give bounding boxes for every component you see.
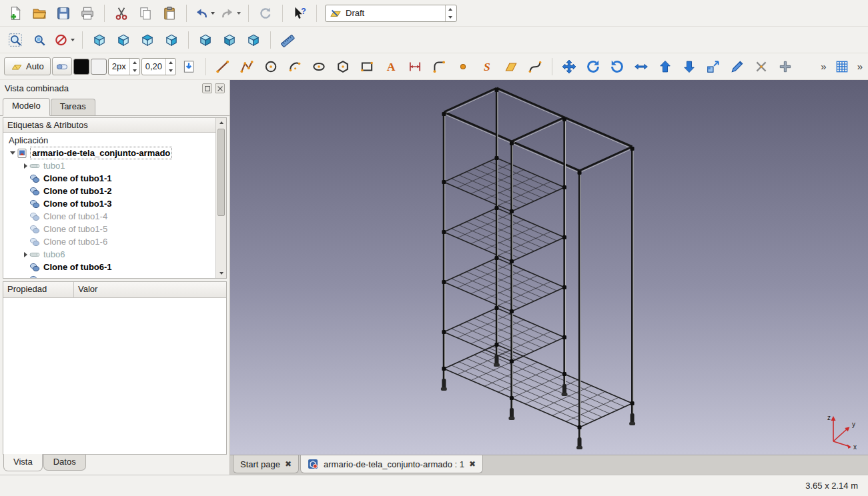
grid-toggle-button[interactable] [831,56,853,77]
close-tab-icon[interactable]: ✖ [469,460,476,468]
trimex-button[interactable] [630,56,653,77]
tree-row[interactable]: Clone of tubo6-1 [3,261,215,273]
tab-vista[interactable]: Vista [3,454,43,471]
text-scale-spinbox[interactable]: 0,20 [141,58,176,75]
open-file-button[interactable] [28,3,51,24]
tab-datos[interactable]: Datos [43,455,86,471]
fit-all-button[interactable] [4,29,27,51]
whats-this-button[interactable]: ? [288,3,311,24]
view-axonometric-button[interactable] [88,29,111,51]
view-front-button[interactable] [112,29,135,51]
workbench-selector[interactable]: Draft [325,5,457,22]
rotate-button[interactable] [582,56,604,77]
tree-row[interactable]: tubo1 [3,159,215,172]
apply-style-button[interactable] [177,56,200,77]
tab-modelo[interactable]: Modelo [3,98,50,116]
new-document-button[interactable] [4,3,27,24]
face-color-swatch[interactable] [91,59,107,75]
tree-row[interactable]: Clone of tubo1-1 [3,172,215,185]
property-header: Propiedad Valor [3,282,226,298]
expander-open-icon[interactable] [9,151,17,155]
tree-scrollbar[interactable] [215,118,226,278]
close-tab-icon[interactable]: ✖ [285,460,292,468]
line-color-swatch[interactable] [73,59,89,75]
paste-button[interactable] [158,3,181,24]
toolbar-overflow-chevron[interactable]: » [856,61,864,72]
draft-circle-button[interactable] [260,56,282,77]
draft-point-button[interactable] [452,56,474,77]
redo-dropdown-icon[interactable] [237,12,241,15]
scrollbar-thumb[interactable] [218,129,225,216]
apply-style-icon [181,59,196,74]
expander-closed-icon[interactable] [21,252,29,257]
tree-row[interactable]: armario-de-tela_conjunto-armado [3,147,215,159]
draft-wire-button[interactable] [236,56,258,77]
upgrade-button[interactable] [654,56,677,77]
undo-dropdown-icon[interactable] [211,12,215,15]
3d-viewport[interactable]: z y x [230,80,868,455]
working-plane-button[interactable]: Auto [4,57,51,75]
scroll-up-icon[interactable] [216,118,226,127]
offset-button[interactable] [606,56,628,77]
tree-row[interactable]: Clone of tubo1-6 [3,235,215,248]
view-right-button[interactable] [160,29,183,51]
workbench-selector-stepper[interactable] [445,5,455,21]
construction-mode-button[interactable] [52,57,72,75]
property-body[interactable] [3,298,226,454]
tab-document-view[interactable]: armario-de-tela_conjunto-armado : 1 ✖ [300,455,483,473]
line-width-spinbox[interactable]: 2px [108,58,140,75]
view-top-button[interactable] [136,29,159,51]
edit-button[interactable] [726,56,749,77]
freecad-document-icon [308,459,319,469]
tree-row-application[interactable]: Aplicación [3,134,215,147]
downgrade-button[interactable] [678,56,701,77]
text-scale-stepper[interactable] [165,59,175,75]
close-panel-button[interactable] [215,83,225,93]
view-bottom-button[interactable] [218,29,241,51]
draft-text-button[interactable]: A [380,56,402,77]
refresh-button[interactable] [254,3,277,24]
draft-bezier-button[interactable] [524,56,546,77]
cut-button[interactable] [110,3,133,24]
draft-fillet-button[interactable] [428,56,450,77]
view-left-button[interactable] [242,29,265,51]
view-rear-button[interactable] [194,29,217,51]
draft-facebinder-button[interactable] [500,56,522,77]
float-panel-button[interactable] [202,83,212,93]
cut-icon [114,6,129,21]
tree-row[interactable]: Clone of tubo1-2 [3,185,215,197]
draft-line-button[interactable] [211,56,234,77]
scrollbar-track[interactable] [216,127,226,269]
draft-rectangle-button[interactable] [356,56,378,77]
add-point-button[interactable] [774,56,797,77]
tree-row[interactable]: Clone of tubo1-5 [3,223,215,235]
tree-row[interactable]: Clone of tubo1-4 [3,210,215,223]
measure-distance-button[interactable] [276,29,299,51]
scroll-down-icon[interactable] [216,269,226,278]
tab-tareas[interactable]: Tareas [51,99,95,115]
draft-dimension-button[interactable] [404,56,426,77]
line-width-stepper[interactable] [129,59,139,75]
tab-start-page[interactable]: Start page ✖ [233,455,299,473]
tree-row[interactable]: tubo6 [3,248,215,261]
move-button[interactable] [558,56,580,77]
save-button[interactable] [52,3,75,24]
fit-selection-button[interactable] [28,29,51,51]
draft-to-sketch-button[interactable] [750,56,773,77]
draw-style-button[interactable] [52,29,77,51]
print-button[interactable] [76,3,99,24]
scale-button[interactable] [702,56,725,77]
toolbar-overflow-chevron[interactable]: » [819,61,827,72]
expander-closed-icon[interactable] [21,163,29,169]
tube-icon [29,161,41,171]
copy-button[interactable] [134,3,157,24]
draw-style-dropdown-icon[interactable] [71,39,75,41]
draft-polygon-button[interactable] [332,56,354,77]
undo-button[interactable] [192,3,217,24]
draft-ellipse-button[interactable] [308,56,330,77]
draft-arc-button[interactable] [284,56,306,77]
draft-shapestring-button[interactable]: S [476,56,498,77]
tree-row[interactable]: Clone of tubo1-3 [3,197,215,210]
tree-row-partial[interactable] [3,273,215,278]
redo-button[interactable] [218,3,243,24]
